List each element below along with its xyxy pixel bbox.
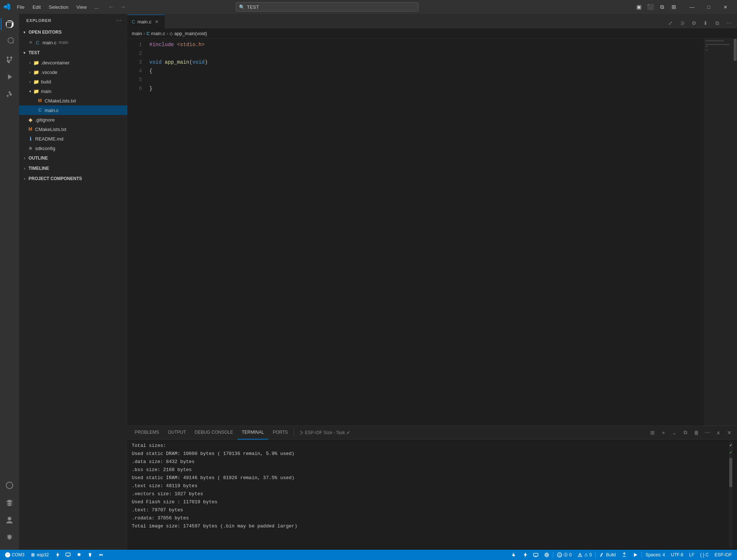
hammer-icon bbox=[599, 552, 605, 557]
tree-item-gitignore[interactable]: ◆ .gitignore bbox=[19, 115, 127, 124]
more-actions-btn[interactable]: ⋯ bbox=[724, 18, 734, 28]
activity-source-control[interactable] bbox=[1, 51, 18, 68]
tab-close-button[interactable]: ✕ bbox=[154, 18, 160, 25]
activity-run[interactable] bbox=[1, 68, 18, 86]
status-language[interactable]: { } C bbox=[698, 550, 711, 560]
outline-section: › OUTLINE bbox=[19, 153, 127, 163]
split-editor-btn[interactable]: ⤢ bbox=[665, 18, 676, 28]
tab-output[interactable]: OUTPUT bbox=[164, 426, 190, 440]
split-btn[interactable]: ⧉ bbox=[657, 2, 667, 12]
new-terminal-btn[interactable]: + bbox=[659, 428, 668, 437]
breadcrumb-file[interactable]: C main.c bbox=[146, 31, 165, 36]
nav-forward-button[interactable]: → bbox=[118, 2, 128, 12]
titlebar-search[interactable]: 🔍 bbox=[236, 2, 419, 12]
status-errors[interactable]: ⓪ ⓪ 0 bbox=[555, 550, 574, 560]
breadcrumb-function[interactable]: ◇ app_main(void) bbox=[169, 31, 207, 36]
tree-item-vscode[interactable]: › 📁 .vscode bbox=[19, 67, 127, 77]
status-upload[interactable] bbox=[620, 550, 629, 560]
activity-search[interactable] bbox=[1, 33, 18, 51]
tree-item-main-c[interactable]: C main.c bbox=[19, 105, 127, 115]
status-trash[interactable] bbox=[85, 550, 95, 560]
activity-settings[interactable] bbox=[1, 529, 18, 547]
task-label[interactable]: ESP-IDF Size - Task ✓ bbox=[296, 430, 353, 435]
svg-point-0 bbox=[6, 482, 13, 489]
status-settings-btn[interactable] bbox=[74, 550, 84, 560]
terminal-scrollbar[interactable]: ✓ ✓ bbox=[729, 442, 733, 548]
panel-close-btn[interactable]: ✕ bbox=[725, 428, 734, 437]
line-ending-label: LF bbox=[689, 552, 694, 557]
terminal-content[interactable]: Total sizes: Used static DRAM: 10600 byt… bbox=[127, 440, 737, 550]
project-components-header[interactable]: › PROJECT COMPONENTS bbox=[19, 173, 127, 184]
tree-item-sdkconfig[interactable]: ≡ sdkconfig bbox=[19, 143, 127, 153]
status-flash[interactable] bbox=[52, 550, 62, 560]
status-play[interactable] bbox=[631, 550, 640, 560]
main-c-label: main.c bbox=[45, 108, 59, 113]
status-monitor[interactable] bbox=[63, 550, 73, 560]
status-chip[interactable]: esp32 bbox=[28, 550, 51, 560]
status-encoding[interactable]: UTF-8 bbox=[669, 550, 685, 560]
code-content[interactable]: #include <stdio.h> void app_main(void) {… bbox=[146, 39, 704, 425]
tree-item-cmake-main[interactable]: M CMakeLists.txt bbox=[19, 96, 127, 105]
tab-problems[interactable]: PROBLEMS bbox=[130, 426, 164, 440]
activity-account[interactable] bbox=[1, 512, 18, 529]
status-build[interactable]: Build bbox=[597, 550, 618, 560]
sidebar-more-button[interactable]: ⋯ bbox=[115, 16, 123, 25]
search-input[interactable] bbox=[247, 4, 415, 10]
activity-esp-plugin[interactable] bbox=[1, 477, 18, 494]
scrollbar-vertical[interactable] bbox=[733, 39, 737, 425]
status-target[interactable] bbox=[542, 550, 551, 560]
outline-header[interactable]: › OUTLINE bbox=[19, 153, 127, 163]
panel-btn[interactable]: ⬛ bbox=[646, 2, 656, 12]
menu-file[interactable]: File bbox=[13, 3, 28, 11]
nav-back-button[interactable]: ← bbox=[106, 2, 116, 12]
layout-btn[interactable]: ▣ bbox=[634, 2, 644, 12]
layout-toggle-btn[interactable]: ⧉ bbox=[712, 18, 722, 28]
customize-layout-btn[interactable]: ⊞ bbox=[669, 2, 679, 12]
settings-btn[interactable]: ⚙ bbox=[689, 18, 699, 28]
tree-item-main[interactable]: ▾ 📁 main bbox=[19, 86, 127, 96]
terminal-dropdown-btn[interactable]: ⌄ bbox=[670, 428, 679, 437]
status-port[interactable] bbox=[96, 550, 106, 560]
status-lightning[interactable] bbox=[520, 550, 530, 560]
status-fire[interactable] bbox=[509, 550, 519, 560]
menu-view[interactable]: View bbox=[73, 3, 90, 11]
test-header[interactable]: ▾ TEST bbox=[19, 48, 127, 58]
open-editors-header[interactable]: ▾ OPEN EDITORS bbox=[19, 27, 127, 37]
tree-item-devcontainer[interactable]: › 📁 .devcontainer bbox=[19, 58, 127, 67]
status-esp-idf[interactable]: ESP-IDF bbox=[712, 550, 734, 560]
tab-terminal[interactable]: TERMINAL bbox=[237, 426, 269, 440]
minimize-button[interactable]: — bbox=[684, 0, 700, 14]
activity-explorer[interactable] bbox=[1, 15, 18, 33]
tree-item-cmake-root[interactable]: M CMakeLists.txt bbox=[19, 124, 127, 134]
status-line-ending[interactable]: LF bbox=[687, 550, 696, 560]
timeline-header[interactable]: › TIMELINE bbox=[19, 163, 127, 173]
activity-extensions[interactable] bbox=[1, 86, 18, 103]
tab-debug-console[interactable]: DEBUG CONSOLE bbox=[190, 426, 237, 440]
tab-ports[interactable]: PORTS bbox=[268, 426, 292, 440]
panel-more-btn[interactable]: ⋯ bbox=[703, 428, 712, 437]
menu-edit[interactable]: Edit bbox=[29, 3, 44, 11]
tree-item-build[interactable]: › 📁 build bbox=[19, 77, 127, 86]
status-remote[interactable]: COM3 bbox=[3, 550, 27, 560]
delete-terminal-btn[interactable]: 🗑 bbox=[692, 428, 701, 437]
activity-extra[interactable] bbox=[1, 494, 18, 512]
close-button[interactable]: ✕ bbox=[717, 0, 734, 14]
close-editor-icon[interactable]: ✕ bbox=[28, 40, 34, 45]
breadcrumb-toggle-btn[interactable] bbox=[677, 18, 687, 28]
panel-up-btn[interactable]: ∧ bbox=[714, 428, 723, 437]
tree-item-readme[interactable]: ℹ README.md bbox=[19, 134, 127, 143]
open-editor-item[interactable]: ✕ C main.c main bbox=[19, 37, 127, 48]
split-terminal-btn[interactable]: ⊞ bbox=[648, 428, 657, 437]
split-panel-btn[interactable]: ⧉ bbox=[681, 428, 690, 437]
code-line-4: { bbox=[149, 67, 704, 75]
menu-selection[interactable]: Selection bbox=[45, 3, 72, 11]
install-btn[interactable]: ⬇ bbox=[700, 18, 711, 28]
status-spaces[interactable]: Spaces: 4 bbox=[643, 550, 667, 560]
menu-more[interactable]: ... bbox=[91, 3, 102, 11]
breadcrumb-main[interactable]: main bbox=[132, 31, 142, 36]
status-warnings[interactable]: ⚠ 0 bbox=[575, 550, 594, 560]
status-screen[interactable] bbox=[531, 550, 540, 560]
tab-main-c[interactable]: C main.c ✕ bbox=[127, 15, 165, 28]
status-separator-3 bbox=[641, 552, 642, 558]
maximize-button[interactable]: □ bbox=[700, 0, 717, 14]
